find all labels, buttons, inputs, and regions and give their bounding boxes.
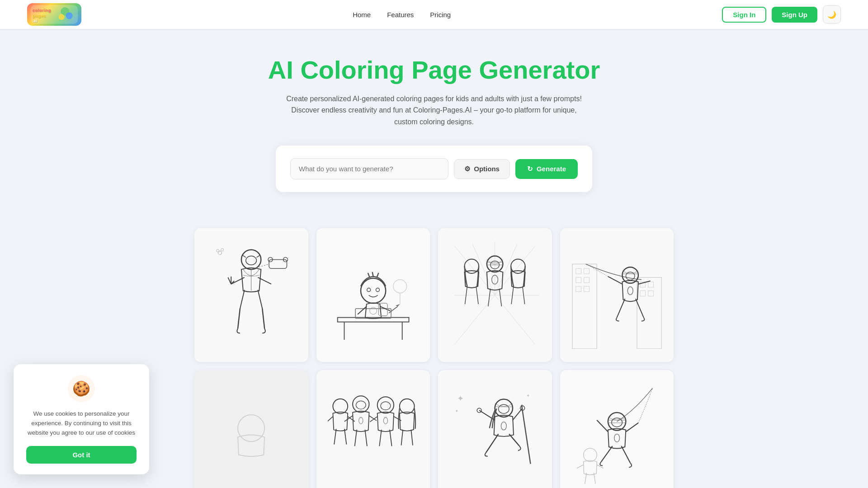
svg-rect-77: [648, 282, 653, 287]
hero-section: AI Coloring Page Generator Create person…: [0, 29, 868, 228]
svg-text:pages: pages: [33, 13, 46, 18]
signin-button[interactable]: Sign In: [722, 7, 766, 23]
coloring-image-8: [571, 384, 662, 488]
svg-text:✦: ✦: [526, 393, 530, 398]
svg-line-63: [500, 289, 502, 306]
svg-point-110: [359, 417, 363, 424]
svg-point-5: [66, 12, 73, 19]
svg-point-6: [58, 14, 64, 20]
svg-marker-33: [396, 304, 400, 306]
hero-title: AI Coloring Page Generator: [9, 56, 859, 84]
svg-point-111: [383, 417, 387, 424]
svg-rect-71: [584, 268, 589, 274]
svg-point-25: [221, 249, 224, 251]
svg-point-95: [353, 396, 369, 412]
cookie-icon: 🍪: [68, 375, 95, 402]
svg-line-133: [626, 423, 638, 432]
logo[interactable]: coloring pages .ai: [27, 3, 81, 26]
svg-line-92: [348, 417, 354, 422]
coloring-image-7: ✦ ✦ ✦ ✦: [449, 384, 540, 488]
cookie-text: We use cookies to personalize your exper…: [26, 409, 137, 438]
generate-button[interactable]: ↻ Generate: [515, 159, 578, 179]
svg-line-37: [368, 273, 369, 277]
svg-rect-74: [576, 286, 581, 292]
generator-box: ⚙ Options ↻ Generate: [276, 145, 592, 192]
svg-rect-70: [576, 268, 581, 274]
svg-line-106: [390, 430, 392, 446]
gallery-card[interactable]: [316, 228, 430, 362]
gear-icon: ⚙: [464, 165, 470, 173]
gallery-card[interactable]: [316, 370, 430, 488]
theme-toggle-button[interactable]: 🌙: [823, 5, 841, 23]
coloring-image-1: [206, 242, 297, 349]
svg-point-101: [377, 397, 393, 413]
svg-line-11: [240, 290, 245, 308]
svg-line-19: [228, 277, 231, 284]
svg-point-44: [393, 280, 407, 293]
gallery-card[interactable]: [194, 370, 308, 488]
svg-line-109: [411, 430, 413, 446]
svg-line-99: [354, 430, 357, 446]
gallery-card[interactable]: [560, 228, 674, 362]
svg-point-34: [361, 278, 386, 303]
svg-rect-73: [584, 277, 589, 283]
coloring-image-2: [328, 242, 419, 349]
refresh-icon: ↻: [527, 165, 533, 173]
svg-rect-75: [584, 286, 589, 292]
cookie-banner: 🍪 We use cookies to personalize your exp…: [14, 364, 149, 474]
svg-line-12: [258, 290, 263, 308]
gallery-card[interactable]: ✦ ✦ ✦ ✦: [438, 370, 552, 488]
gallery-card[interactable]: [194, 228, 308, 362]
nav-actions: Sign In Sign Up 🌙: [722, 5, 841, 23]
svg-point-24: [217, 249, 219, 252]
options-label: Options: [474, 165, 500, 173]
nav-home[interactable]: Home: [353, 11, 371, 19]
generate-input[interactable]: [290, 158, 448, 179]
navbar: coloring pages .ai Home Features Pricing…: [0, 0, 868, 29]
hero-subtitle: Create personalized AI-generated colorin…: [280, 93, 588, 128]
svg-line-10: [257, 255, 260, 258]
svg-point-116: [495, 399, 513, 417]
svg-line-132: [597, 420, 608, 432]
svg-line-126: [509, 434, 519, 446]
svg-point-82: [627, 287, 633, 295]
svg-line-137: [576, 465, 583, 468]
gallery-section: ✦ ✦ ✦ ✦: [185, 228, 683, 488]
logo-image: coloring pages .ai: [27, 3, 81, 26]
nav-features[interactable]: Features: [387, 11, 414, 19]
svg-point-7: [241, 250, 261, 269]
svg-line-134: [601, 446, 613, 462]
coloring-image-5: [206, 384, 297, 488]
nav-pricing[interactable]: Pricing: [430, 11, 451, 19]
coloring-image-6: [328, 384, 419, 488]
gallery-card[interactable]: [438, 228, 552, 362]
svg-rect-72: [576, 277, 581, 283]
cookie-accept-button[interactable]: Got it: [26, 446, 137, 464]
svg-line-108: [401, 430, 403, 446]
svg-line-9: [242, 255, 246, 258]
gallery-grid: ✦ ✦ ✦ ✦: [194, 228, 674, 488]
svg-point-102: [381, 402, 391, 410]
svg-point-96: [356, 401, 366, 409]
svg-text:coloring: coloring: [33, 8, 51, 13]
svg-text:.ai: .ai: [33, 19, 38, 23]
svg-line-36: [377, 273, 378, 277]
svg-line-94: [344, 429, 347, 445]
svg-line-97: [344, 416, 353, 422]
svg-line-105: [379, 430, 382, 446]
svg-rect-88: [207, 384, 296, 488]
svg-line-93: [334, 429, 336, 445]
nav-links: Home Features Pricing: [353, 11, 451, 19]
gallery-card[interactable]: [560, 370, 674, 488]
svg-point-8: [246, 256, 257, 265]
svg-rect-15: [269, 259, 287, 268]
svg-point-107: [400, 399, 415, 414]
svg-line-91: [328, 417, 333, 423]
coloring-image-3: [449, 242, 540, 349]
svg-line-32: [389, 306, 398, 313]
svg-point-136: [583, 448, 597, 462]
svg-line-100: [365, 430, 367, 446]
signup-button[interactable]: Sign Up: [772, 7, 817, 23]
options-button[interactable]: ⚙ Options: [454, 159, 510, 179]
svg-line-26: [238, 309, 240, 328]
